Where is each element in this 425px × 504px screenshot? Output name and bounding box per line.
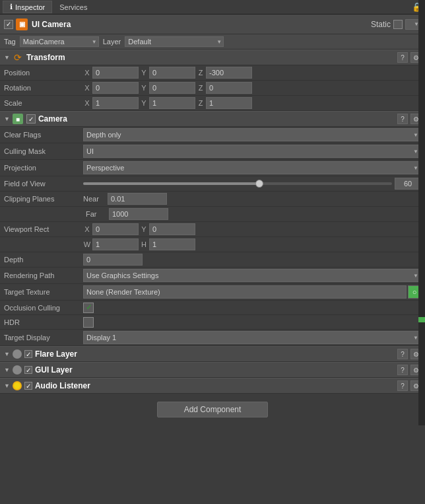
rendering-path-dropdown[interactable]: Use Graphics Settings (83, 269, 421, 282)
projection-dropdown[interactable]: Perspective (83, 161, 421, 174)
flare-info-btn[interactable]: ? (397, 349, 408, 359)
viewport-wh-row: W H (0, 237, 425, 252)
pos-z-label: Z (197, 69, 205, 77)
rot-x-label: X (83, 84, 91, 92)
fov-slider[interactable] (83, 182, 392, 185)
audio-arrow-icon: ▼ (4, 382, 10, 389)
viewport-w-input[interactable] (92, 238, 139, 250)
fov-label: Field of View (4, 180, 83, 188)
rotation-x-input[interactable] (92, 82, 139, 94)
rotation-y-input[interactable] (149, 82, 195, 94)
audio-icon (13, 381, 22, 390)
layer-label: Layer (103, 38, 121, 46)
depth-label: Depth (4, 256, 83, 264)
audio-listener-header[interactable]: ▼ Audio Listener ? ⚙ (0, 378, 425, 394)
position-label: Position (4, 69, 83, 77)
viewport-xy-group: X Y (83, 223, 421, 235)
rendering-path-dropdown-wrap[interactable]: Use Graphics Settings (83, 269, 421, 282)
tag-dropdown[interactable]: MainCamera (20, 36, 99, 47)
projection-dropdown-wrap[interactable]: Perspective (83, 161, 421, 174)
services-tab-label: Services (59, 3, 87, 11)
clipping-far-row: Far (0, 207, 425, 222)
tag-dropdown-wrap[interactable]: MainCamera (20, 36, 99, 47)
viewport-y-input[interactable] (149, 223, 195, 235)
clear-flags-dropdown-wrap[interactable]: Depth only (83, 128, 421, 141)
gui-info-btn[interactable]: ? (397, 365, 408, 375)
position-x-input[interactable] (92, 67, 139, 79)
tag-label: Tag (4, 38, 16, 46)
audio-enabled-checkbox[interactable] (24, 382, 32, 390)
audio-info-btn[interactable]: ? (397, 380, 408, 391)
rotation-z-input[interactable] (206, 82, 252, 94)
projection-row: Projection Perspective (0, 160, 425, 176)
scrollbar[interactable] (418, 0, 425, 425)
transform-section-header[interactable]: ▼ ⟳ Transform ? ⚙ (0, 50, 425, 65)
clear-flags-row: Clear Flags Depth only (0, 127, 425, 143)
scale-y-label: Y (140, 99, 148, 107)
audio-listener-title: Audio Listener (35, 381, 90, 390)
tab-inspector[interactable]: ℹ Inspector (3, 1, 52, 13)
gui-layer-header[interactable]: ▼ GUI Layer ? ⚙ (0, 362, 425, 378)
scale-x-label: X (83, 99, 91, 107)
camera-icon: ■ (13, 114, 23, 124)
gui-enabled-checkbox[interactable] (24, 366, 32, 374)
camera-info-btn[interactable]: ? (397, 114, 408, 124)
transform-info-btn[interactable]: ? (397, 52, 408, 63)
near-value-input[interactable] (108, 193, 167, 205)
fov-slider-thumb[interactable] (255, 180, 263, 188)
scale-xyz: X Y Z (83, 97, 421, 109)
fov-slider-wrap (83, 178, 421, 190)
culling-mask-dropdown[interactable]: UI (83, 145, 421, 158)
scale-z-input[interactable] (206, 97, 252, 109)
target-display-dropdown-wrap[interactable]: Display 1 (83, 331, 421, 344)
far-value-input[interactable] (109, 208, 168, 220)
vp-y-label: Y (140, 225, 148, 233)
camera-properties: Clear Flags Depth only Culling Mask UI P… (0, 127, 425, 346)
position-y-input[interactable] (149, 67, 195, 79)
viewport-x-input[interactable] (92, 223, 139, 235)
flare-section-controls: ? ⚙ (397, 349, 421, 359)
occlusion-label: Occlusion Culling (4, 304, 83, 312)
depth-value-input[interactable] (83, 254, 143, 266)
pos-y-label: Y (140, 69, 148, 77)
static-label: Static (371, 20, 391, 29)
layer-dropdown-wrap[interactable]: Default (125, 36, 224, 47)
hdr-label: HDR (4, 318, 83, 326)
camera-section-header[interactable]: ▼ ■ Camera ? ⚙ (0, 111, 425, 127)
vp-x-label: X (83, 225, 91, 233)
audio-section-controls: ? ⚙ (397, 380, 421, 391)
scale-y-input[interactable] (149, 97, 195, 109)
layer-dropdown[interactable]: Default (125, 36, 224, 47)
gui-section-controls: ? ⚙ (397, 365, 421, 375)
clear-flags-dropdown[interactable]: Depth only (83, 128, 421, 141)
scrollbar-thumb[interactable] (418, 317, 425, 322)
flare-enabled-checkbox[interactable] (24, 350, 32, 358)
rendering-path-label: Rendering Path (4, 271, 83, 279)
transform-icon: ⟳ (13, 52, 23, 63)
occlusion-checkbox[interactable] (83, 303, 94, 313)
target-display-row: Target Display Display 1 (0, 330, 425, 346)
hdr-checkbox[interactable] (83, 317, 94, 328)
object-enabled-checkbox[interactable] (4, 20, 13, 29)
static-checkbox[interactable] (393, 20, 403, 29)
occlusion-row: Occlusion Culling (0, 301, 425, 315)
target-texture-field: None (Render Texture) (83, 285, 407, 299)
tag-layer-row: Tag MainCamera Layer Default (0, 34, 425, 50)
rendering-path-row: Rendering Path Use Graphics Settings (0, 268, 425, 284)
scale-x-input[interactable] (92, 97, 139, 109)
rotation-label: Rotation (4, 84, 83, 92)
fov-value-input[interactable] (395, 178, 421, 190)
culling-mask-dropdown-wrap[interactable]: UI (83, 145, 421, 158)
object-name: UI Camera (32, 20, 371, 29)
viewport-h-input[interactable] (149, 238, 195, 250)
add-component-button[interactable]: Add Component (157, 402, 269, 417)
object-header: ▣ UI Camera Static (0, 15, 425, 34)
tab-services[interactable]: Services (52, 1, 94, 13)
position-z-input[interactable] (206, 67, 252, 79)
camera-enabled-checkbox[interactable] (26, 114, 36, 124)
flare-layer-header[interactable]: ▼ Flare Layer ? ⚙ (0, 346, 425, 362)
target-display-dropdown[interactable]: Display 1 (83, 331, 421, 344)
viewport-rect-label: Viewport Rect (4, 225, 83, 233)
gui-icon (13, 365, 22, 375)
transform-arrow-icon: ▼ (4, 54, 10, 61)
